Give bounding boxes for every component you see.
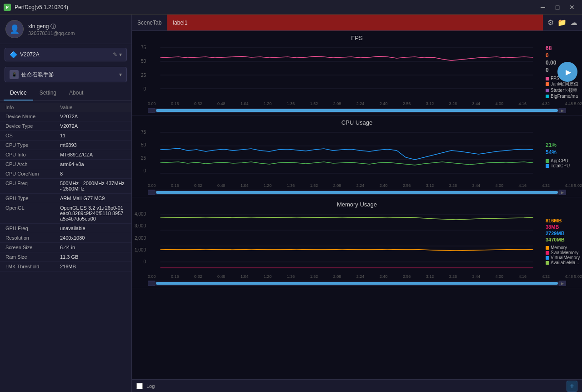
virtual-dot — [546, 256, 549, 260]
row-key: Screen Size — [5, 245, 60, 250]
device-selector[interactable]: 🔷 V2072A ✎ ▾ — [5, 48, 127, 61]
cpu-y-axis: 75 50 25 0 — [132, 128, 148, 182]
tab-device[interactable]: Device — [4, 86, 33, 101]
tab-about[interactable]: About — [63, 86, 90, 101]
play-button[interactable] — [557, 62, 577, 82]
row-key: CPU Type — [5, 142, 60, 148]
fps-legend-jank: Jank帧间差值 — [546, 81, 580, 87]
fps-legend-stutter: Stutter卡顿率 — [546, 87, 580, 94]
table-row: GPU Freq unavailable — [0, 224, 131, 233]
sidebar-tabs: Device Setting About — [0, 86, 131, 101]
memory-legend-mem: Memory — [546, 245, 580, 250]
row-key: Resolution — [5, 235, 60, 241]
table-row: Device Type V2072A — [0, 121, 131, 131]
memory-scrollbar[interactable]: ◀ ▶ — [148, 281, 566, 286]
memory-scrollbar-thumb[interactable] — [156, 282, 557, 285]
row-key: Ram Size — [5, 254, 60, 260]
app-name: 使命召唤手游 — [21, 71, 116, 79]
log-label[interactable]: Log — [146, 383, 155, 389]
stutter-color-dot — [546, 89, 549, 92]
row-value: V2072A — [60, 114, 126, 119]
cloud-icon[interactable]: ☁ — [570, 18, 577, 27]
fps-value: 68 — [546, 45, 580, 51]
memory-chart-main — [148, 210, 546, 273]
memory-value: 816MB — [546, 218, 580, 223]
edit-icon[interactable]: ✎ — [113, 51, 117, 58]
row-key: OpenGL — [5, 205, 60, 211]
charts-container: FPS 75 50 25 0 — [132, 31, 582, 379]
fps-scrollbar-right[interactable]: ▶ — [559, 108, 566, 113]
table-row: Ram Size 11.3 GB — [0, 252, 131, 262]
memory-chart-wrapper: 4,000 3,000 2,000 1,000 0 — [132, 210, 582, 273]
main-layout: 👤 xln geng ⓘ 320578311@qq.com 🔷 V2072A ✎… — [0, 15, 582, 392]
virtual-value: 2729MB — [546, 231, 580, 236]
log-toggle-checkbox[interactable] — [136, 383, 143, 389]
fps-color-dot — [546, 77, 549, 80]
folder-icon[interactable]: 📁 — [557, 18, 567, 27]
tab-setting[interactable]: Setting — [33, 86, 63, 101]
row-value: V2072A — [60, 123, 126, 129]
memory-x-labels: 0:000:160:320:481:041:201:361:522:082:24… — [132, 273, 582, 281]
row-value: unavailable — [60, 226, 126, 231]
fps-y-25: 25 — [141, 73, 146, 78]
cpu-scrollbar[interactable]: ◀ ▶ — [148, 190, 566, 195]
bigframe-legend-label: BigFrame/ma — [551, 94, 578, 99]
app-selector[interactable]: 📱 使命召唤手游 ▾ — [5, 67, 127, 82]
table-row: LMK Threshold 216MB — [0, 262, 131, 271]
fps-scrollbar-track — [148, 109, 566, 112]
fps-chart-wrapper: 75 50 25 0 — [132, 43, 582, 101]
app-chevron-icon[interactable]: ▾ — [119, 71, 122, 78]
swap-value: 38MB — [546, 224, 580, 230]
table-row: Resolution 2400x1080 — [0, 233, 131, 243]
swap-dot — [546, 251, 549, 255]
cpu-chart-title: CPU Usage — [132, 119, 582, 126]
app-cpu-label: AppCPU — [551, 158, 568, 163]
row-key: GPU Freq — [5, 226, 60, 231]
scene-tab-content: label1 — [167, 15, 543, 30]
app-icon-box: 📱 — [10, 70, 19, 79]
row-key: CPU Freq — [5, 181, 60, 186]
row-value: MT6891Z/CZA — [60, 152, 126, 157]
fps-scrollbar-thumb[interactable] — [156, 109, 557, 112]
total-cpu-dot — [546, 164, 549, 168]
available-value: 3470MB — [546, 237, 580, 242]
minimize-button[interactable]: ─ — [537, 2, 549, 13]
bigframe-color-dot — [546, 95, 549, 98]
table-row: GPU Type ARM Mali-G77 MC9 — [0, 194, 131, 203]
table-row: CPU Type mt6893 — [0, 141, 131, 150]
row-key: LMK Threshold — [5, 264, 60, 269]
row-value: 2400x1080 — [60, 235, 126, 241]
cpu-chart-wrapper: 75 50 25 0 — [132, 128, 582, 182]
cpu-legend: 21% 54% AppCPU TotalCPU — [546, 128, 582, 182]
fps-y-0: 0 — [143, 86, 146, 91]
row-value: 6.44 in — [60, 245, 126, 250]
scene-tab-label: SceneTab — [132, 15, 167, 30]
fps-scrollbar[interactable]: ◀ ▶ — [148, 108, 566, 113]
fps-jank-value: 0 — [546, 52, 580, 59]
chevron-down-icon[interactable]: ▾ — [119, 51, 122, 58]
memory-dot — [546, 246, 549, 250]
row-key: CPU CoreNum — [5, 171, 60, 176]
username: xln geng ⓘ — [28, 23, 126, 30]
titlebar: P PerfDog(v5.1.210204) ─ □ ✕ — [0, 0, 582, 15]
add-chart-button[interactable]: + — [567, 381, 577, 392]
cpu-scrollbar-track — [148, 191, 566, 194]
user-email: 320578311@qq.com — [28, 30, 126, 36]
cpu-total-value: 54% — [546, 149, 580, 156]
maximize-button[interactable]: □ — [551, 2, 564, 13]
memory-legend-swap: SwapMemory — [546, 250, 580, 255]
cpu-scrollbar-thumb[interactable] — [156, 191, 557, 194]
cpu-scrollbar-right[interactable]: ▶ — [559, 190, 566, 195]
row-value: 216MB — [60, 264, 126, 269]
settings-icon[interactable]: ⚙ — [547, 18, 554, 27]
info-table: Info Value Device Name V2072A Device Typ… — [0, 101, 131, 392]
user-area: 👤 xln geng ⓘ 320578311@qq.com — [0, 15, 131, 44]
cpu-x-labels: 0:000:160:320:481:041:201:361:522:082:24… — [132, 182, 582, 190]
header-info: Info — [5, 105, 60, 110]
row-key: CPU Info — [5, 152, 60, 157]
table-row: CPU Arch arm64-v8a — [0, 160, 131, 169]
user-info: xln geng ⓘ 320578311@qq.com — [28, 23, 126, 36]
close-button[interactable]: ✕ — [566, 2, 578, 13]
memory-scrollbar-right[interactable]: ▶ — [559, 281, 566, 286]
fps-chart-main — [148, 43, 546, 101]
